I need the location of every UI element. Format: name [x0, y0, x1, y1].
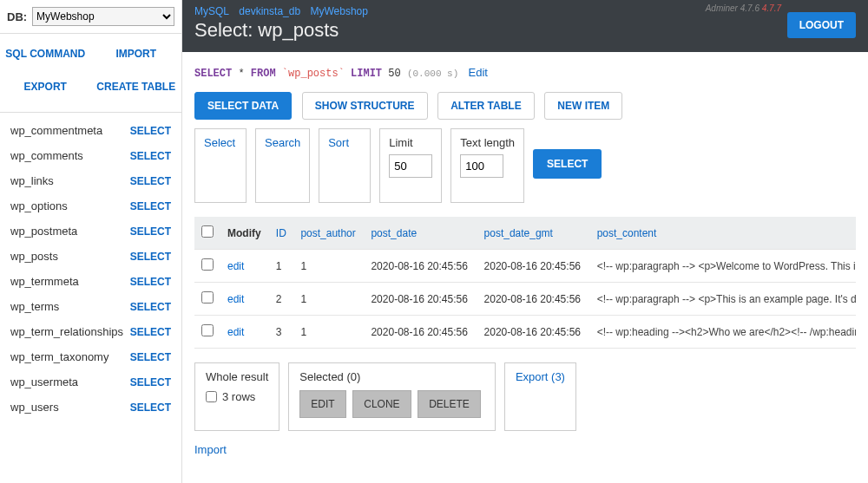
table-select-link[interactable]: SELECT [130, 150, 171, 162]
table-link[interactable]: wp_posts [10, 250, 58, 263]
alter-table-button[interactable]: ALTER TABLE [437, 92, 535, 120]
export-link[interactable]: Export (3) [516, 370, 565, 383]
table-select-link[interactable]: SELECT [130, 376, 171, 388]
table-link[interactable]: wp_postmeta [10, 225, 77, 238]
table-row: wp_linksSELECT [0, 168, 181, 193]
select-columns-link[interactable]: Select [204, 136, 237, 149]
cell-post-date: 2020-08-16 20:45:56 [364, 283, 477, 316]
select-data-button[interactable]: SELECT DATA [194, 92, 292, 120]
sql-edit-link[interactable]: Edit [469, 66, 488, 79]
table-row: edit212020-08-16 20:45:562020-08-16 20:4… [194, 283, 856, 316]
crumb-mysql[interactable]: MySQL [194, 5, 229, 17]
table-link[interactable]: wp_comments [10, 149, 83, 162]
crumb-schema[interactable]: MyWebshop [310, 5, 367, 17]
cell-post-date: 2020-08-16 20:45:56 [364, 250, 477, 283]
table-link[interactable]: wp_users [10, 401, 59, 414]
table-link[interactable]: wp_terms [10, 300, 59, 313]
table-select-link[interactable]: SELECT [130, 351, 171, 363]
query-filters: Select Search Sort Limit Text length SEL… [194, 128, 856, 203]
content: SELECT * FROM `wp_posts` LIMIT 50 (0.000… [182, 52, 868, 470]
rows-count: 3 rows [222, 390, 255, 403]
page-title: Select: wp_posts [194, 19, 856, 42]
table-select-link[interactable]: SELECT [130, 175, 171, 187]
cell-post-author: 1 [293, 250, 364, 283]
table-link[interactable]: wp_termmeta [10, 275, 79, 288]
import-bottom-link[interactable]: Import [194, 443, 227, 456]
table-select-link[interactable]: SELECT [130, 276, 171, 288]
row-checkbox[interactable] [201, 291, 214, 304]
select-all-checkbox[interactable] [201, 225, 214, 238]
show-structure-button[interactable]: SHOW STRUCTURE [302, 92, 428, 120]
row-edit-link[interactable]: edit [227, 293, 244, 305]
create-table-link[interactable]: CREATE TABLE [91, 70, 182, 103]
sidebar: DB: MyWebshop SQL COMMAND IMPORT EXPORT … [0, 0, 182, 483]
db-select[interactable]: MyWebshop [32, 7, 174, 26]
row-checkbox[interactable] [201, 258, 214, 271]
table-row: edit312020-08-16 20:45:562020-08-16 20:4… [194, 316, 856, 349]
new-item-button[interactable]: NEW ITEM [544, 92, 622, 120]
table-row: wp_postmetaSELECT [0, 219, 181, 244]
table-select-link[interactable]: SELECT [130, 301, 171, 313]
topbar: MySQL devkinsta_db MyWebshop Select: wp_… [182, 0, 868, 52]
table-link[interactable]: wp_options [10, 199, 68, 212]
export-box: Export (3) [504, 362, 576, 431]
cell-post-author: 1 [293, 316, 364, 349]
sidebar-actions: SQL COMMAND IMPORT EXPORT CREATE TABLE [0, 34, 181, 113]
row-edit-link[interactable]: edit [227, 326, 244, 338]
sql-command-link[interactable]: SQL COMMAND [0, 37, 91, 70]
search-fieldset: Search [255, 128, 310, 203]
table-select-link[interactable]: SELECT [130, 200, 171, 212]
limit-input[interactable] [389, 154, 432, 178]
db-selector-row: DB: MyWebshop [0, 0, 181, 34]
run-select-button[interactable]: SELECT [533, 149, 602, 179]
delete-selected-button[interactable]: DELETE [418, 390, 481, 418]
textlen-fieldset: Text length [450, 128, 524, 203]
import-link[interactable]: IMPORT [91, 37, 182, 70]
table-select-link[interactable]: SELECT [130, 326, 171, 338]
export-link[interactable]: EXPORT [0, 70, 91, 103]
textlen-input[interactable] [460, 154, 503, 178]
table-link[interactable]: wp_commentmeta [10, 124, 102, 137]
table-row: wp_commentmetaSELECT [0, 118, 181, 143]
table-select-link[interactable]: SELECT [130, 125, 171, 137]
cell-post-date-gmt: 2020-08-16 20:45:56 [477, 283, 590, 316]
table-list: wp_commentmetaSELECTwp_commentsSELECTwp_… [0, 113, 181, 425]
table-link[interactable]: wp_usermeta [10, 375, 78, 388]
table-select-link[interactable]: SELECT [130, 225, 171, 238]
whole-result-box: Whole result 3 rows [194, 362, 279, 431]
table-link[interactable]: wp_term_relationships [10, 325, 123, 338]
edit-selected-button[interactable]: EDIT [299, 390, 345, 418]
table-link[interactable]: wp_links [10, 174, 54, 187]
col-post-date-gmt[interactable]: post_date_gmt [477, 217, 590, 250]
cell-id: 1 [269, 250, 294, 283]
selected-box: Selected (0) EDIT CLONE DELETE [288, 362, 496, 431]
cell-post-date: 2020-08-16 20:45:56 [364, 316, 477, 349]
cell-post-date-gmt: 2020-08-16 20:45:56 [477, 316, 590, 349]
result-footer: Whole result 3 rows Selected (0) EDIT CL… [194, 362, 856, 431]
cell-post-content: <!-- wp:paragraph --> <p>Welcome to Word… [590, 250, 856, 283]
table-action-buttons: SELECT DATA SHOW STRUCTURE ALTER TABLE N… [194, 92, 856, 120]
table-row: wp_termsSELECT [0, 294, 181, 319]
table-select-link[interactable]: SELECT [130, 401, 171, 414]
table-link[interactable]: wp_term_taxonomy [10, 350, 108, 363]
table-select-link[interactable]: SELECT [130, 251, 171, 263]
whole-result-checkbox[interactable] [206, 391, 217, 402]
table-row: wp_termmetaSELECT [0, 269, 181, 294]
table-row: wp_usersSELECT [0, 395, 181, 420]
col-post-date[interactable]: post_date [364, 217, 477, 250]
cell-post-content: <!-- wp:paragraph --> <p>This is an exam… [590, 283, 856, 316]
clone-selected-button[interactable]: CLONE [352, 390, 411, 418]
search-link[interactable]: Search [265, 136, 300, 149]
results-tbody: edit112020-08-16 20:45:562020-08-16 20:4… [194, 250, 856, 349]
col-post-author[interactable]: post_author [293, 217, 364, 250]
col-post-content[interactable]: post_content [590, 217, 856, 250]
col-id[interactable]: ID [269, 217, 294, 250]
cell-id: 2 [269, 283, 294, 316]
sort-link[interactable]: Sort [328, 136, 361, 149]
row-checkbox[interactable] [201, 324, 214, 336]
table-row: wp_term_taxonomySELECT [0, 344, 181, 369]
main: MySQL devkinsta_db MyWebshop Select: wp_… [182, 0, 868, 483]
crumb-db[interactable]: devkinsta_db [239, 5, 300, 17]
logout-button[interactable]: LOGOUT [787, 12, 856, 38]
row-edit-link[interactable]: edit [227, 260, 244, 272]
